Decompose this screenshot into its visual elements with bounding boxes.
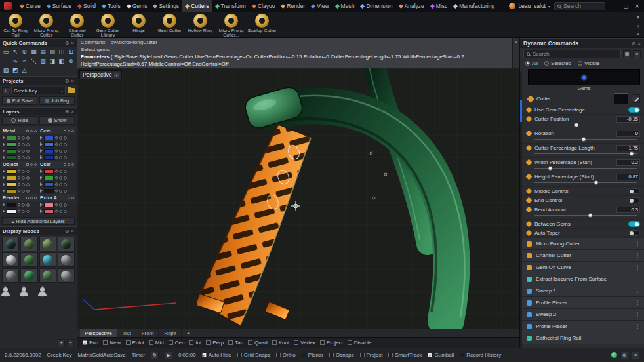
visibility-icon[interactable] [22,136,25,140]
expand-icon[interactable] [40,176,43,180]
kebab-menu-icon[interactable]: ⋮ [635,323,640,329]
eye-icon[interactable] [71,130,74,132]
checkbox[interactable] [169,340,173,345]
layer-row[interactable] [39,181,75,188]
edit-pencil-icon[interactable] [632,94,640,103]
layer-color-swatch[interactable] [44,203,54,207]
slider-handle[interactable] [582,137,586,142]
kebab-menu-icon[interactable]: ⋮ [635,288,640,294]
visibility-icon[interactable] [59,143,62,146]
layer-row[interactable] [39,154,75,161]
ribbon-tool-button[interactable]: Hollow Ring [185,13,216,37]
quick-command-icon[interactable]: ∿ [10,57,20,65]
parameter-slider[interactable] [534,213,637,218]
bulb-icon[interactable] [68,197,70,199]
render-icon[interactable] [26,210,30,213]
layer-color-swatch[interactable] [7,136,16,140]
job-bag-button[interactable]: Job Bag [39,96,75,105]
bulb-icon[interactable] [68,163,70,166]
visibility-icon[interactable] [59,176,62,180]
eye-icon[interactable] [34,130,37,132]
quick-command-icon[interactable]: ▦ [29,48,38,56]
render-icon[interactable] [64,190,67,193]
material-icon[interactable] [17,142,21,146]
cutter-material-thumbnail[interactable] [614,93,628,104]
checkbox[interactable] [83,340,87,345]
ribbon-tool-button[interactable]: Gem Cutter [154,13,185,37]
display-mode-thumbnail[interactable] [2,252,19,267]
layer-row[interactable] [1,168,38,174]
add-button[interactable]: + [58,339,65,346]
viewport-3d[interactable]: Perspective ▾ [77,68,519,329]
timer-play-button[interactable]: ▶ [165,352,172,359]
expand-icon[interactable] [3,149,5,153]
expand-icon[interactable] [40,142,43,146]
expand-icon[interactable] [40,149,43,153]
osnap-toggle[interactable]: Project [320,340,343,346]
material-icon[interactable] [54,136,58,140]
layer-color-swatch[interactable] [7,203,16,207]
layer-color-swatch[interactable] [44,189,54,193]
checkbox[interactable] [103,340,108,345]
expand-icon[interactable] [40,189,43,193]
quick-command-icon[interactable]: ▨ [1,66,10,74]
menu-item[interactable]: Analyze [396,0,428,12]
expand-icon[interactable] [40,169,43,173]
command-section[interactable]: Cathedral Ring Rail ⋮ [520,332,644,344]
parameter-value-input[interactable]: -0.15 [616,116,640,123]
expand-icon[interactable] [3,176,5,180]
layer-row[interactable] [39,148,75,154]
lock-icon[interactable] [64,197,66,199]
menu-item[interactable]: Clayoo [249,0,278,12]
quick-command-icon[interactable]: ▤ [39,48,48,56]
gear-icon[interactable]: ⊛ [632,41,635,47]
layer-row[interactable] [39,134,75,141]
menu-item[interactable]: Gems [124,0,151,12]
toggle-switch[interactable] [628,107,640,113]
osnap-toggle[interactable]: Mid [149,340,164,346]
quick-command-icon[interactable]: ▭ [1,48,10,56]
close-button[interactable]: ✕ [632,0,643,12]
osnap-toggle[interactable]: Quad [248,340,268,346]
menu-item[interactable]: Mesh [332,0,358,12]
layer-row[interactable] [39,141,75,148]
expand-icon[interactable] [3,189,5,193]
render-icon[interactable] [64,170,67,173]
status-toggle[interactable]: SmartTrack [388,352,422,358]
osnap-toggle[interactable]: Knot [272,340,289,346]
parameter-slider[interactable] [534,180,637,186]
autosave-status[interactable]: MatrixGoldAutoSave [77,352,125,358]
material-icon[interactable] [54,182,58,186]
osnap-toggle[interactable]: Near [103,340,121,346]
quick-command-icon[interactable]: ◨ [48,57,57,65]
osnap-toggle[interactable]: Point [126,340,144,346]
menu-item[interactable]: Cutters [182,0,212,12]
remove-button[interactable]: − [67,339,74,346]
statusbar-settings-button[interactable]: ⊛ [620,352,628,359]
status-toggle[interactable]: Grid Snaps [237,352,270,358]
display-mode-thumbnail[interactable] [39,268,56,283]
visibility-icon[interactable] [22,190,25,193]
expand-icon[interactable] [3,203,5,207]
viewport-tab[interactable]: Perspective [80,329,117,337]
radio-icon[interactable] [544,61,549,66]
slider-track[interactable] [534,125,637,125]
layer-row[interactable] [39,201,75,208]
checkbox[interactable] [302,353,306,357]
checkbox[interactable] [329,353,334,357]
material-icon[interactable] [17,149,21,153]
viewport-label[interactable]: Perspective ▾ [79,70,122,79]
osnap-toggle[interactable]: Int [189,340,201,346]
expand-icon[interactable] [40,203,43,207]
status-toggle[interactable]: Record History [460,352,501,358]
display-mode-thumbnail[interactable] [58,268,75,283]
viewport-tab[interactable]: + [182,329,195,337]
expand-icon[interactable] [3,169,5,173]
layer-color-swatch[interactable] [44,155,54,160]
status-toggle[interactable]: Osnaps [329,352,354,358]
statusbar-menu-button[interactable]: ≡ [632,352,639,359]
quick-command-icon[interactable]: ◫ [57,48,66,56]
slider-handle[interactable] [588,213,592,218]
quick-command-icon[interactable]: ▧ [48,48,57,56]
full-save-button[interactable]: Full Save [2,96,37,105]
